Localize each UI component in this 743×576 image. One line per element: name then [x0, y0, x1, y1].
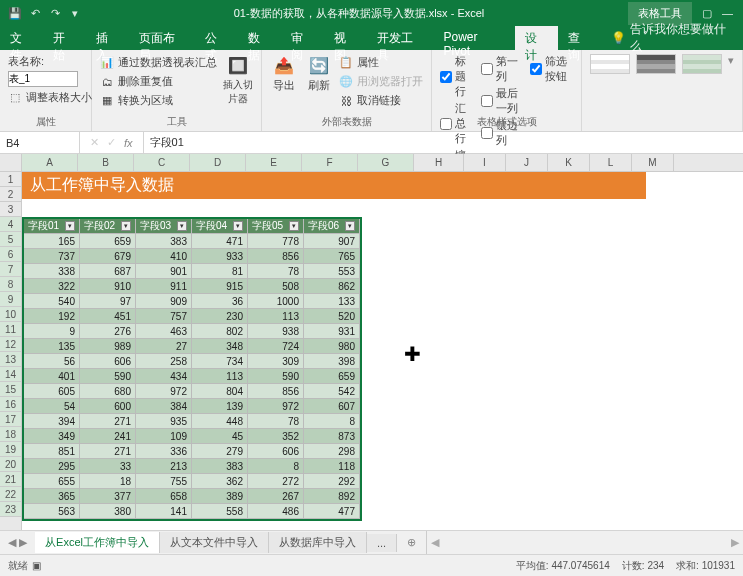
sheet-nav[interactable]: ◀ ▶ [0, 536, 35, 549]
table-cell[interactable]: 352 [248, 429, 304, 444]
table-cell[interactable]: 563 [24, 504, 80, 519]
header-row-check[interactable]: 标题行 [440, 54, 475, 99]
table-cell[interactable]: 271 [80, 444, 136, 459]
save-icon[interactable]: 💾 [8, 7, 22, 20]
filter-dropdown-icon[interactable]: ▾ [345, 221, 355, 231]
table-cell[interactable]: 605 [24, 384, 80, 399]
sheet-tab-2[interactable]: 从文本文件中导入 [160, 532, 269, 553]
tab-layout[interactable]: 页面布局 [129, 26, 195, 50]
row-header[interactable]: 3 [0, 202, 21, 217]
table-cell[interactable]: 451 [80, 309, 136, 324]
table-cell[interactable]: 81 [192, 264, 248, 279]
row-header[interactable]: 16 [0, 397, 21, 412]
table-cell[interactable]: 389 [192, 489, 248, 504]
row-header[interactable]: 17 [0, 412, 21, 427]
fx-icon[interactable]: fx [124, 137, 133, 149]
ribbon-options-icon[interactable]: ▢ [702, 7, 712, 20]
refresh-button[interactable]: 🔄刷新 [305, 54, 334, 93]
first-col-check[interactable]: 第一列 [481, 54, 524, 84]
checkbox[interactable] [481, 63, 493, 75]
tab-query[interactable]: 查询 [558, 26, 601, 50]
table-cell[interactable]: 933 [192, 249, 248, 264]
table-header[interactable]: 字段05▾ [248, 219, 304, 234]
table-cell[interactable]: 804 [192, 384, 248, 399]
col-header[interactable]: I [464, 154, 506, 171]
table-cell[interactable]: 18 [80, 474, 136, 489]
row-header[interactable]: 23 [0, 502, 21, 517]
table-cell[interactable]: 135 [24, 339, 80, 354]
row-header[interactable]: 7 [0, 262, 21, 277]
table-cell[interactable]: 336 [136, 444, 192, 459]
table-header[interactable]: 字段04▾ [192, 219, 248, 234]
table-cell[interactable]: 139 [192, 399, 248, 414]
table-name-input[interactable] [8, 71, 78, 87]
qat-more-icon[interactable]: ▾ [68, 7, 82, 20]
col-header[interactable]: H [414, 154, 464, 171]
tab-insert[interactable]: 插入 [86, 26, 129, 50]
table-cell[interactable]: 45 [192, 429, 248, 444]
horizontal-scrollbar[interactable]: ◀▶ [426, 531, 743, 554]
name-box[interactable]: B4 [0, 132, 80, 153]
table-cell[interactable]: 292 [304, 474, 360, 489]
table-cell[interactable]: 109 [136, 429, 192, 444]
style-swatch[interactable] [636, 54, 676, 74]
table-cell[interactable]: 734 [192, 354, 248, 369]
col-header[interactable]: D [190, 154, 246, 171]
remove-dup-button[interactable]: 🗂删除重复值 [100, 73, 217, 90]
table-cell[interactable]: 54 [24, 399, 80, 414]
col-header[interactable]: A [22, 154, 78, 171]
tab-home[interactable]: 开始 [43, 26, 86, 50]
table-cell[interactable]: 113 [192, 369, 248, 384]
row-header[interactable]: 6 [0, 247, 21, 262]
table-header[interactable]: 字段03▾ [136, 219, 192, 234]
col-header[interactable]: E [246, 154, 302, 171]
table-cell[interactable]: 410 [136, 249, 192, 264]
table-cell[interactable]: 553 [304, 264, 360, 279]
table-cell[interactable]: 892 [304, 489, 360, 504]
table-cell[interactable]: 600 [80, 399, 136, 414]
table-cell[interactable]: 384 [136, 399, 192, 414]
table-cell[interactable]: 1000 [248, 294, 304, 309]
cancel-icon[interactable]: ✕ [90, 136, 99, 149]
row-header[interactable]: 15 [0, 382, 21, 397]
table-cell[interactable]: 27 [136, 339, 192, 354]
row-header[interactable]: 9 [0, 292, 21, 307]
row-header[interactable]: 19 [0, 442, 21, 457]
table-cell[interactable]: 989 [80, 339, 136, 354]
table-cell[interactable]: 980 [304, 339, 360, 354]
table-cell[interactable]: 755 [136, 474, 192, 489]
table-cell[interactable]: 907 [304, 234, 360, 249]
tab-formulas[interactable]: 公式 [195, 26, 238, 50]
table-cell[interactable]: 655 [24, 474, 80, 489]
table-cell[interactable]: 279 [192, 444, 248, 459]
table-cell[interactable]: 380 [80, 504, 136, 519]
sheet-tab-1[interactable]: 从Excel工作簿中导入 [35, 532, 160, 553]
checkbox[interactable] [481, 95, 493, 107]
table-cell[interactable]: 607 [304, 399, 360, 414]
table-cell[interactable]: 558 [192, 504, 248, 519]
row-header[interactable]: 4 [0, 217, 21, 232]
table-cell[interactable]: 230 [192, 309, 248, 324]
row-header[interactable]: 18 [0, 427, 21, 442]
table-cell[interactable]: 542 [304, 384, 360, 399]
row-header[interactable]: 2 [0, 187, 21, 202]
cells-area[interactable]: 从工作簿中导入数据 字段01▾字段02▾字段03▾字段04▾字段05▾字段06▾… [22, 172, 743, 530]
export-button[interactable]: 📤导出 [270, 54, 299, 93]
table-cell[interactable]: 295 [24, 459, 80, 474]
undo-icon[interactable]: ↶ [28, 7, 42, 20]
table-header[interactable]: 字段01▾ [24, 219, 80, 234]
table-cell[interactable]: 349 [24, 429, 80, 444]
table-cell[interactable]: 33 [80, 459, 136, 474]
col-header[interactable]: C [134, 154, 190, 171]
row-header[interactable]: 21 [0, 472, 21, 487]
tab-powerpivot[interactable]: Power Pivot [434, 26, 515, 50]
table-cell[interactable]: 757 [136, 309, 192, 324]
table-cell[interactable]: 258 [136, 354, 192, 369]
table-cell[interactable]: 383 [192, 459, 248, 474]
table-cell[interactable]: 56 [24, 354, 80, 369]
table-cell[interactable]: 590 [80, 369, 136, 384]
checkbox[interactable] [530, 63, 542, 75]
row-header[interactable]: 12 [0, 337, 21, 352]
table-cell[interactable]: 97 [80, 294, 136, 309]
table-cell[interactable]: 659 [80, 234, 136, 249]
